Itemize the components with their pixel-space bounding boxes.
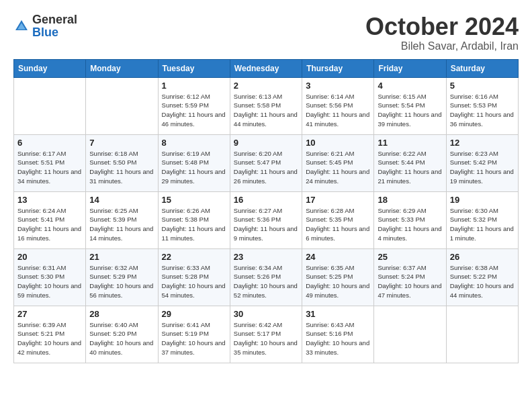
weekday-header: Friday [374,59,446,77]
calendar-cell [14,77,86,134]
calendar-cell: 30Sunrise: 6:42 AMSunset: 5:17 PMDayligh… [230,306,302,363]
calendar-cell: 25Sunrise: 6:37 AMSunset: 5:24 PMDayligh… [374,248,446,306]
day-number: 17 [306,195,370,205]
day-info: Sunrise: 6:34 AMSunset: 5:26 PMDaylight:… [234,263,298,300]
calendar-cell [446,306,518,363]
day-info: Sunrise: 6:26 AMSunset: 5:38 PMDaylight:… [162,206,226,243]
day-number: 19 [450,195,515,205]
calendar-cell: 5Sunrise: 6:16 AMSunset: 5:53 PMDaylight… [446,77,518,134]
calendar-cell: 27Sunrise: 6:39 AMSunset: 5:21 PMDayligh… [14,306,86,363]
calendar-cell: 13Sunrise: 6:24 AMSunset: 5:41 PMDayligh… [14,191,86,248]
calendar-cell: 23Sunrise: 6:34 AMSunset: 5:26 PMDayligh… [230,248,302,306]
logo-text-blue: Blue [32,26,58,39]
day-info: Sunrise: 6:27 AMSunset: 5:36 PMDaylight:… [234,206,298,243]
weekday-header: Wednesday [230,59,302,77]
day-number: 30 [234,309,298,319]
day-info: Sunrise: 6:40 AMSunset: 5:20 PMDaylight:… [89,320,154,357]
calendar-cell: 15Sunrise: 6:26 AMSunset: 5:38 PMDayligh… [158,191,230,248]
day-info: Sunrise: 6:21 AMSunset: 5:45 PMDaylight:… [306,149,370,186]
day-number: 7 [89,138,154,148]
day-info: Sunrise: 6:33 AMSunset: 5:28 PMDaylight:… [162,263,226,300]
day-info: Sunrise: 6:14 AMSunset: 5:56 PMDaylight:… [306,92,370,129]
header-row: SundayMondayTuesdayWednesdayThursdayFrid… [14,59,519,77]
calendar-week-row: 6Sunrise: 6:17 AMSunset: 5:51 PMDaylight… [14,134,519,191]
calendar-week-row: 20Sunrise: 6:31 AMSunset: 5:30 PMDayligh… [14,248,519,306]
day-number: 2 [234,81,298,91]
calendar-cell: 8Sunrise: 6:19 AMSunset: 5:48 PMDaylight… [158,134,230,191]
day-info: Sunrise: 6:17 AMSunset: 5:51 PMDaylight:… [17,149,82,186]
calendar-cell: 28Sunrise: 6:40 AMSunset: 5:20 PMDayligh… [86,306,158,363]
weekday-header: Monday [86,59,158,77]
calendar-cell: 26Sunrise: 6:38 AMSunset: 5:22 PMDayligh… [446,248,518,306]
day-number: 1 [162,81,226,91]
weekday-header: Thursday [302,59,374,77]
calendar-cell: 31Sunrise: 6:43 AMSunset: 5:16 PMDayligh… [302,306,374,363]
day-info: Sunrise: 6:28 AMSunset: 5:35 PMDaylight:… [306,206,370,243]
day-number: 29 [162,309,226,319]
day-info: Sunrise: 6:13 AMSunset: 5:58 PMDaylight:… [234,92,298,129]
calendar-cell: 16Sunrise: 6:27 AMSunset: 5:36 PMDayligh… [230,191,302,248]
day-number: 6 [17,138,82,148]
calendar-cell: 14Sunrise: 6:25 AMSunset: 5:39 PMDayligh… [86,191,158,248]
calendar-cell: 29Sunrise: 6:41 AMSunset: 5:19 PMDayligh… [158,306,230,363]
day-number: 21 [89,252,154,262]
month-title: October 2024 [365,13,519,40]
calendar-cell: 12Sunrise: 6:23 AMSunset: 5:42 PMDayligh… [446,134,518,191]
calendar-cell: 22Sunrise: 6:33 AMSunset: 5:28 PMDayligh… [158,248,230,306]
day-info: Sunrise: 6:43 AMSunset: 5:16 PMDaylight:… [306,320,370,357]
calendar-cell: 21Sunrise: 6:32 AMSunset: 5:29 PMDayligh… [86,248,158,306]
day-info: Sunrise: 6:29 AMSunset: 5:33 PMDaylight:… [378,206,442,243]
header: General Blue October 2024 Bileh Savar, A… [13,13,519,52]
calendar-cell: 2Sunrise: 6:13 AMSunset: 5:58 PMDaylight… [230,77,302,134]
day-number: 14 [89,195,154,205]
day-number: 15 [162,195,226,205]
day-info: Sunrise: 6:30 AMSunset: 5:32 PMDaylight:… [450,206,515,243]
day-number: 24 [306,252,370,262]
calendar-cell: 10Sunrise: 6:21 AMSunset: 5:45 PMDayligh… [302,134,374,191]
calendar-cell: 19Sunrise: 6:30 AMSunset: 5:32 PMDayligh… [446,191,518,248]
day-number: 16 [234,195,298,205]
weekday-header: Sunday [14,59,86,77]
logo: General Blue [13,13,77,39]
title-area: October 2024 Bileh Savar, Ardabil, Iran [365,13,519,52]
day-info: Sunrise: 6:38 AMSunset: 5:22 PMDaylight:… [450,263,515,300]
day-number: 5 [450,81,515,91]
calendar-cell: 4Sunrise: 6:15 AMSunset: 5:54 PMDaylight… [374,77,446,134]
day-info: Sunrise: 6:19 AMSunset: 5:48 PMDaylight:… [162,149,226,186]
day-number: 4 [378,81,442,91]
calendar-cell: 3Sunrise: 6:14 AMSunset: 5:56 PMDaylight… [302,77,374,134]
weekday-header: Saturday [446,59,518,77]
day-info: Sunrise: 6:35 AMSunset: 5:25 PMDaylight:… [306,263,370,300]
calendar-cell: 11Sunrise: 6:22 AMSunset: 5:44 PMDayligh… [374,134,446,191]
day-info: Sunrise: 6:24 AMSunset: 5:41 PMDaylight:… [17,206,82,243]
calendar-cell: 24Sunrise: 6:35 AMSunset: 5:25 PMDayligh… [302,248,374,306]
calendar-week-row: 1Sunrise: 6:12 AMSunset: 5:59 PMDaylight… [14,77,519,134]
day-info: Sunrise: 6:32 AMSunset: 5:29 PMDaylight:… [89,263,154,300]
day-number: 18 [378,195,442,205]
day-info: Sunrise: 6:20 AMSunset: 5:47 PMDaylight:… [234,149,298,186]
day-number: 23 [234,252,298,262]
day-info: Sunrise: 6:12 AMSunset: 5:59 PMDaylight:… [162,92,226,129]
logo-icon [13,18,30,34]
day-number: 27 [17,309,82,319]
weekday-header: Tuesday [158,59,230,77]
calendar-cell [374,306,446,363]
day-info: Sunrise: 6:15 AMSunset: 5:54 PMDaylight:… [378,92,442,129]
day-number: 20 [17,252,82,262]
day-number: 8 [162,138,226,148]
day-number: 12 [450,138,515,148]
day-info: Sunrise: 6:37 AMSunset: 5:24 PMDaylight:… [378,263,442,300]
day-info: Sunrise: 6:39 AMSunset: 5:21 PMDaylight:… [17,320,82,357]
logo-text-general: General [32,13,77,26]
calendar-week-row: 27Sunrise: 6:39 AMSunset: 5:21 PMDayligh… [14,306,519,363]
calendar-cell: 20Sunrise: 6:31 AMSunset: 5:30 PMDayligh… [14,248,86,306]
day-info: Sunrise: 6:16 AMSunset: 5:53 PMDaylight:… [450,92,515,129]
day-number: 25 [378,252,442,262]
calendar-cell: 17Sunrise: 6:28 AMSunset: 5:35 PMDayligh… [302,191,374,248]
calendar: SundayMondayTuesdayWednesdayThursdayFrid… [13,59,519,363]
calendar-cell: 1Sunrise: 6:12 AMSunset: 5:59 PMDaylight… [158,77,230,134]
day-info: Sunrise: 6:23 AMSunset: 5:42 PMDaylight:… [450,149,515,186]
location-title: Bileh Savar, Ardabil, Iran [365,40,519,52]
day-number: 10 [306,138,370,148]
day-number: 28 [89,309,154,319]
